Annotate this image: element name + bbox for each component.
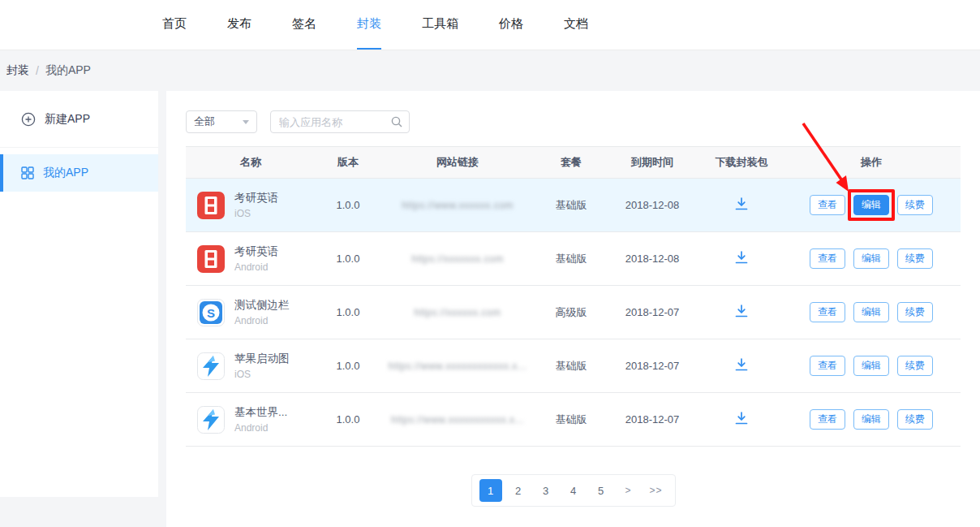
breadcrumb: 封装 / 我的APP <box>0 50 91 91</box>
nav-item-label: 工具箱 <box>422 16 458 32</box>
view-button[interactable]: 查看 <box>810 195 845 215</box>
cell-version: 1.0.0 <box>316 413 380 425</box>
nav-item-label: 文档 <box>564 16 588 32</box>
view-button[interactable]: 查看 <box>810 248 845 269</box>
cell-plan: 基础版 <box>535 413 608 427</box>
page-button-1[interactable]: 1 <box>479 479 502 502</box>
download-button[interactable] <box>732 301 751 323</box>
search-box <box>270 110 410 133</box>
cell-expire: 2018-12-08 <box>608 253 697 265</box>
nav-item-label: 价格 <box>499 16 523 32</box>
cell-actions: 查看 编辑 续费 <box>786 302 956 322</box>
search-icon[interactable] <box>390 115 403 128</box>
page-button-3[interactable]: 3 <box>535 479 557 502</box>
cell-download <box>697 194 786 216</box>
sidebar: 新建APP 我的APP <box>0 91 158 497</box>
download-icon <box>733 410 750 426</box>
download-button[interactable] <box>732 194 751 216</box>
nav-item-label: 签名 <box>292 16 316 32</box>
nav-item-toolbox[interactable]: 工具箱 <box>422 0 458 50</box>
cell-url: https://www.xxxxxx.com <box>380 199 535 211</box>
breadcrumb-separator: / <box>36 64 39 77</box>
header-name: 名称 <box>186 155 316 170</box>
breadcrumb-section[interactable]: 封装 <box>6 63 29 78</box>
sidebar-item-label: 我的APP <box>43 166 88 180</box>
nav-item-label: 发布 <box>227 16 251 32</box>
filter-row: 全部 <box>186 110 961 133</box>
table-header-row: 名称 版本 网站链接 套餐 到期时间 下载封装包 操作 <box>186 146 961 179</box>
cell-version: 1.0.0 <box>316 199 380 211</box>
edit-button[interactable]: 编辑 <box>853 409 889 430</box>
renew-button[interactable]: 续费 <box>897 356 933 376</box>
film-app-icon <box>197 192 225 219</box>
renew-button[interactable]: 续费 <box>897 302 933 322</box>
page-button-4[interactable]: 4 <box>562 479 585 502</box>
table-row: 考研英语 iOS 1.0.0 https://www.xxxxxx.com 基础… <box>186 179 961 232</box>
next-page-button[interactable]: > <box>617 479 640 502</box>
view-button[interactable]: 查看 <box>810 409 845 430</box>
cell-expire: 2018-12-07 <box>608 413 697 425</box>
app-name: 苹果启动图 <box>234 352 290 366</box>
name-cell: 基本世界... Android <box>234 405 287 434</box>
top-nav: 首页 发布 签名 封装 工具箱 价格 文档 <box>0 0 980 50</box>
table-row: 考研英语 Android 1.0.0 https://xxxxxxx.com 基… <box>186 232 961 286</box>
header-plan: 套餐 <box>535 155 608 170</box>
cell-download <box>697 408 786 430</box>
renew-button[interactable]: 续费 <box>897 248 933 269</box>
table-row: S 测试侧边栏 Android 1.0.0 https://xxxxxx.com… <box>186 286 961 339</box>
download-button[interactable] <box>732 248 751 270</box>
app-platform: iOS <box>234 208 278 219</box>
header-url: 网站链接 <box>380 155 535 170</box>
type-select[interactable]: 全部 <box>186 110 257 133</box>
nav-item-docs[interactable]: 文档 <box>564 0 588 50</box>
annotation-red-frame: 编辑 <box>848 189 895 221</box>
nav-item-price[interactable]: 价格 <box>499 0 523 50</box>
download-button[interactable] <box>732 408 751 430</box>
edit-button[interactable]: 编辑 <box>853 195 889 215</box>
bolt-app-icon <box>197 352 225 380</box>
search-input[interactable] <box>270 110 410 133</box>
nav-item-label: 封装 <box>357 16 381 32</box>
cell-actions: 查看 编辑 续费 <box>786 356 956 376</box>
header-download: 下载封装包 <box>697 155 786 170</box>
header-expire: 到期时间 <box>608 155 697 170</box>
view-button[interactable]: 查看 <box>810 302 845 322</box>
download-button[interactable] <box>732 355 751 377</box>
header-version: 版本 <box>316 155 380 170</box>
table-row: 苹果启动图 iOS 1.0.0 https://www.xxxxxxxxxxxx… <box>186 339 961 393</box>
page-button-5[interactable]: 5 <box>590 479 612 502</box>
url-text: https://www.xxxxxxxxxxx.x... <box>391 414 524 425</box>
renew-button[interactable]: 续费 <box>897 409 933 430</box>
cell-url: https://www.xxxxxxxxxxx.x... <box>380 413 535 425</box>
chevron-down-icon <box>243 120 249 124</box>
cell-version: 1.0.0 <box>316 253 380 265</box>
cell-actions: 查看 编辑 续费 <box>786 248 956 269</box>
nav-item-package[interactable]: 封装 <box>357 0 381 50</box>
edit-button[interactable]: 编辑 <box>853 356 889 376</box>
header-actions: 操作 <box>786 155 956 170</box>
nav-item-sign[interactable]: 签名 <box>292 0 316 50</box>
nav-item-publish[interactable]: 发布 <box>227 0 251 50</box>
edit-button[interactable]: 编辑 <box>853 302 889 322</box>
edit-button[interactable]: 编辑 <box>853 248 889 269</box>
last-page-button[interactable]: >> <box>645 479 668 502</box>
cell-expire: 2018-12-07 <box>608 306 697 318</box>
name-cell: 考研英语 Android <box>234 244 278 273</box>
cell-plan: 基础版 <box>535 252 608 266</box>
cell-url: https://www.xxxxxxxxxxxx.x... <box>380 360 535 372</box>
sidebar-item-my-app[interactable]: 我的APP <box>0 154 158 192</box>
sidebar-item-new-app[interactable]: 新建APP <box>0 91 158 148</box>
cell-download <box>697 355 786 377</box>
view-button[interactable]: 查看 <box>810 356 845 376</box>
cell-download <box>697 248 786 270</box>
type-select-value: 全部 <box>194 114 215 129</box>
sidebar-item-label: 新建APP <box>45 112 90 127</box>
name-cell: 考研英语 iOS <box>234 191 278 219</box>
s-app-icon: S <box>197 299 225 326</box>
main-panel: 全部 名称 版本 网站链接 套餐 到期时间 下载封装包 操作 <box>166 91 980 527</box>
cell-version: 1.0.0 <box>316 360 380 372</box>
app-platform: Android <box>234 261 278 273</box>
renew-button[interactable]: 续费 <box>897 195 933 215</box>
nav-item-home[interactable]: 首页 <box>162 0 187 50</box>
page-button-2[interactable]: 2 <box>507 479 530 502</box>
